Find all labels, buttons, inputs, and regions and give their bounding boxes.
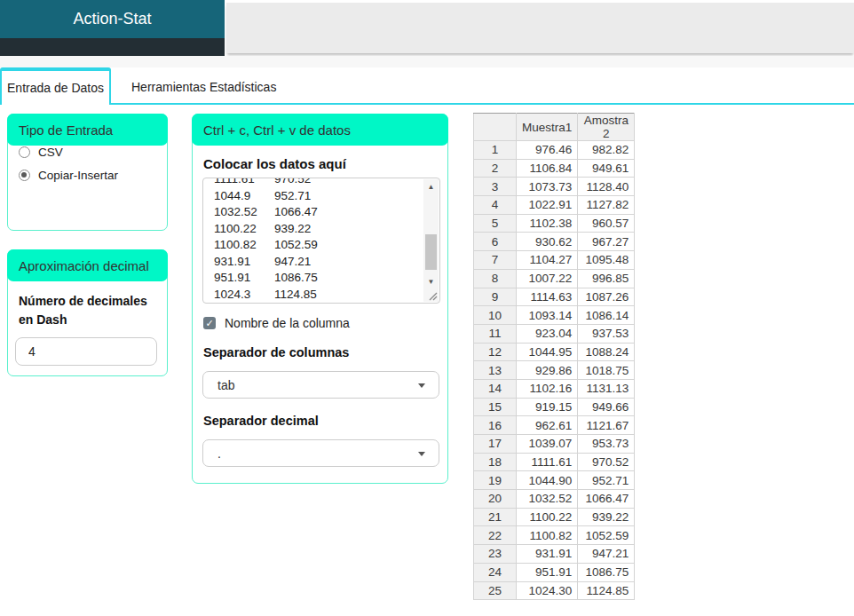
textarea-line: 931.91947.21 (214, 254, 439, 271)
value-cell[interactable]: 1121.67 (578, 416, 635, 435)
value-cell[interactable]: 962.61 (517, 416, 578, 435)
value-cell[interactable]: 1066.47 (578, 490, 635, 509)
tab-herramientas-estadisticas[interactable]: Herramientas Estadísticas (113, 71, 295, 103)
value-cell[interactable]: 1087.26 (578, 288, 635, 306)
value-cell[interactable]: 996.85 (578, 269, 635, 288)
row-index-cell[interactable]: 10 (474, 306, 517, 325)
value-cell[interactable]: 1086.75 (578, 563, 635, 581)
value-cell[interactable]: 949.61 (578, 159, 635, 178)
value-cell[interactable]: 931.91 (517, 545, 578, 564)
scrollbar-thumb[interactable] (425, 234, 437, 270)
column-name-checkbox-row[interactable]: ✓ Nombre de la columna (203, 316, 447, 330)
radio-icon[interactable] (19, 146, 30, 158)
dropdown-value: tab (217, 378, 234, 392)
value-cell[interactable]: 923.04 (517, 324, 578, 343)
row-index-cell[interactable]: 13 (474, 361, 517, 380)
row-index-cell[interactable]: 19 (474, 471, 517, 490)
value-cell[interactable]: 952.71 (578, 471, 635, 490)
value-cell[interactable]: 937.53 (578, 324, 635, 343)
radio-option-csv[interactable]: CSV (19, 146, 167, 159)
value-cell[interactable]: 1022.91 (517, 196, 578, 215)
value-cell[interactable]: 1106.84 (517, 159, 578, 178)
value-cell[interactable]: 919.15 (517, 398, 578, 416)
value-cell[interactable]: 1102.38 (517, 214, 578, 233)
row-index-cell[interactable]: 18 (474, 453, 517, 471)
column-separator-dropdown[interactable]: tab (202, 371, 439, 399)
value-cell[interactable]: 951.91 (517, 563, 578, 581)
value-cell[interactable]: 1086.14 (578, 306, 635, 325)
paste-data-textarea[interactable]: 1111.61970.521044.9952.711032.521066.471… (202, 178, 440, 304)
row-index-cell[interactable]: 4 (474, 196, 517, 215)
value-cell[interactable]: 1032.52 (517, 490, 578, 509)
chevron-down-icon[interactable] (418, 452, 425, 456)
row-index-cell[interactable]: 8 (474, 269, 517, 288)
value-cell[interactable]: 1131.13 (578, 379, 635, 398)
tabs-divider (111, 103, 854, 105)
value-cell[interactable]: 1052.59 (578, 526, 635, 545)
scroll-down-icon[interactable]: ▼ (423, 278, 439, 286)
row-index-cell[interactable]: 23 (474, 545, 517, 564)
tab-entrada-de-datos[interactable]: Entrada de Datos (0, 67, 111, 105)
row-index-cell[interactable]: 3 (474, 178, 517, 196)
row-index-cell[interactable]: 1 (474, 141, 517, 160)
value-cell[interactable]: 939.22 (578, 508, 635, 526)
radio-checked-icon[interactable] (19, 170, 30, 181)
textarea-scrollbar[interactable]: ▲ ▼ (423, 179, 439, 302)
value-cell[interactable]: 1073.73 (517, 178, 578, 196)
value-cell[interactable]: 947.21 (578, 545, 635, 564)
resize-handle-icon[interactable] (429, 292, 438, 301)
row-index-cell[interactable]: 25 (474, 581, 517, 600)
row-index-cell[interactable]: 21 (474, 508, 517, 526)
value-cell[interactable]: 982.82 (578, 141, 635, 160)
value-cell[interactable]: 1100.22 (517, 508, 578, 526)
radio-option-copiar-insertar[interactable]: Copiar-Insertar (19, 169, 167, 182)
row-index-cell[interactable]: 17 (474, 435, 517, 454)
row-index-cell[interactable]: 22 (474, 526, 517, 545)
value-cell[interactable]: 1024.30 (517, 581, 578, 600)
value-cell[interactable]: 1044.95 (517, 343, 578, 361)
row-index-cell[interactable]: 7 (474, 251, 517, 270)
row-index-cell[interactable]: 16 (474, 416, 517, 435)
value-cell[interactable]: 1102.16 (517, 379, 578, 398)
value-cell[interactable]: 1124.85 (578, 581, 635, 600)
decimals-input[interactable] (15, 337, 157, 366)
radio-label: CSV (38, 146, 63, 159)
row-index-cell[interactable]: 20 (474, 490, 517, 509)
value-cell[interactable]: 1127.82 (578, 196, 635, 215)
row-index-cell[interactable]: 5 (474, 214, 517, 233)
value-cell[interactable]: 1007.22 (517, 269, 578, 288)
row-index-cell[interactable]: 9 (474, 288, 517, 306)
row-index-cell[interactable]: 6 (474, 233, 517, 251)
value-cell[interactable]: 1111.61 (517, 453, 578, 471)
panel-title: Ctrl + c, Ctrl + v de datos (192, 114, 448, 146)
scroll-up-icon[interactable]: ▲ (423, 183, 439, 191)
value-cell[interactable]: 976.46 (517, 141, 578, 160)
value-cell[interactable]: 1044.90 (517, 471, 578, 490)
value-cell[interactable]: 970.52 (578, 453, 635, 471)
row-index-cell[interactable]: 11 (474, 324, 517, 343)
value-cell[interactable]: 1039.07 (517, 435, 578, 454)
value-cell[interactable]: 949.66 (578, 398, 635, 416)
value-cell[interactable]: 960.57 (578, 214, 635, 233)
chevron-down-icon[interactable] (418, 383, 425, 388)
value-cell[interactable]: 1100.82 (517, 526, 578, 545)
row-index-cell[interactable]: 15 (474, 398, 517, 416)
value-cell[interactable]: 1095.48 (578, 251, 635, 270)
value-cell[interactable]: 953.73 (578, 435, 635, 454)
value-cell[interactable]: 929.86 (517, 361, 578, 380)
column-separator-label: Separador de columnas (203, 345, 447, 359)
value-cell[interactable]: 930.62 (517, 233, 578, 251)
checkbox-checked-icon[interactable]: ✓ (203, 317, 216, 329)
value-cell[interactable]: 1104.27 (517, 251, 578, 270)
decimal-separator-dropdown[interactable]: . (202, 439, 439, 467)
value-cell[interactable]: 1018.75 (578, 361, 635, 380)
value-cell[interactable]: 1128.40 (578, 178, 635, 196)
row-index-cell[interactable]: 24 (474, 563, 517, 581)
row-index-cell[interactable]: 12 (474, 343, 517, 361)
value-cell[interactable]: 1114.63 (517, 288, 578, 306)
value-cell[interactable]: 1088.24 (578, 343, 635, 361)
value-cell[interactable]: 1093.14 (517, 306, 578, 325)
value-cell[interactable]: 967.27 (578, 233, 635, 251)
row-index-cell[interactable]: 2 (474, 159, 517, 178)
row-index-cell[interactable]: 14 (474, 379, 517, 398)
